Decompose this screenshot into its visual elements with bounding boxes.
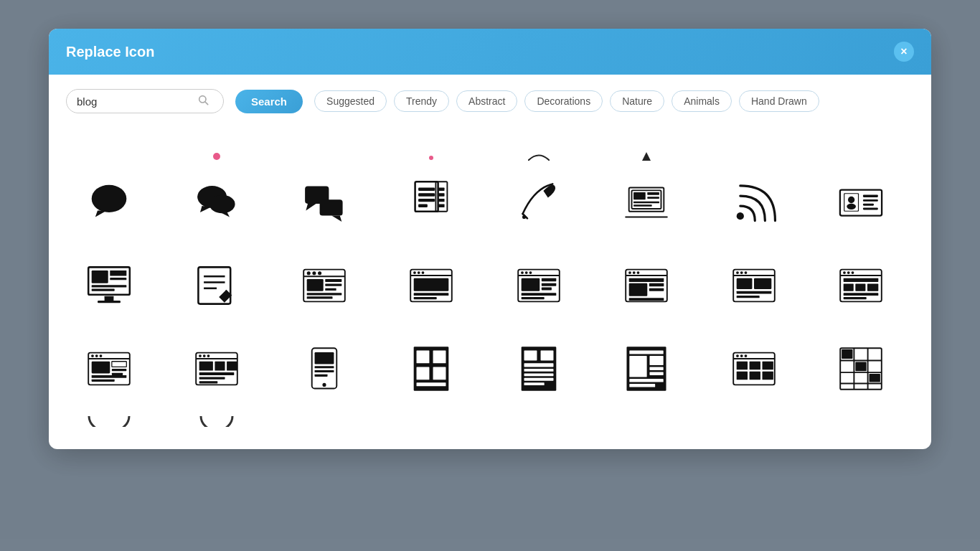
chip-decorations[interactable]: Decorations <box>524 90 603 112</box>
search-bar: Search Suggested Trendy Abstract Decorat… <box>49 75 931 125</box>
svg-rect-178 <box>736 372 747 380</box>
svg-rect-150 <box>433 350 446 363</box>
icon-blog-layout1[interactable] <box>388 250 474 321</box>
partial-cell-1 <box>66 125 152 161</box>
svg-point-37 <box>736 212 743 220</box>
svg-rect-160 <box>524 378 554 381</box>
partial-row <box>66 125 914 161</box>
search-button[interactable]: Search <box>235 90 303 113</box>
svg-point-7 <box>429 156 433 160</box>
icon-blog-layout7[interactable] <box>174 333 260 405</box>
svg-rect-6 <box>303 139 346 161</box>
partial-bottom-2 <box>174 416 260 438</box>
icon-browser-grid[interactable] <box>711 333 797 405</box>
modal-header: Replace Icon × <box>49 29 931 75</box>
svg-point-29 <box>522 215 526 219</box>
partial-bottom-8 <box>818 416 904 438</box>
icon-grid-layout2[interactable] <box>496 333 582 405</box>
svg-rect-17 <box>319 199 342 215</box>
svg-rect-39 <box>863 195 878 197</box>
svg-point-104 <box>744 271 747 274</box>
svg-rect-116 <box>856 283 866 291</box>
svg-rect-128 <box>112 373 123 375</box>
icon-blog-layout6[interactable] <box>66 333 152 405</box>
icon-news-display[interactable] <box>66 250 152 321</box>
svg-rect-41 <box>863 204 874 206</box>
svg-point-135 <box>207 354 209 357</box>
icon-laptop-blog[interactable] <box>603 166 689 238</box>
icon-document-lines[interactable] <box>388 166 474 238</box>
svg-point-143 <box>322 383 326 387</box>
svg-rect-85 <box>542 278 556 281</box>
partial-bottom-4 <box>388 416 474 438</box>
svg-rect-187 <box>842 349 852 359</box>
svg-rect-23 <box>418 204 428 207</box>
chip-hand-drawn[interactable]: Hand Drawn <box>739 90 819 112</box>
svg-rect-126 <box>112 362 126 367</box>
icon-crossword-layout[interactable] <box>818 333 904 405</box>
icon-mobile-blog[interactable] <box>281 333 367 405</box>
svg-rect-155 <box>524 350 537 360</box>
chip-animals[interactable]: Animals <box>672 90 732 112</box>
svg-marker-14 <box>220 212 230 217</box>
icon-blog-layout5[interactable] <box>818 250 904 321</box>
svg-rect-139 <box>199 372 234 375</box>
svg-rect-42 <box>863 208 878 210</box>
svg-point-103 <box>740 271 743 274</box>
chip-abstract[interactable]: Abstract <box>456 90 517 112</box>
chip-trendy[interactable]: Trendy <box>394 90 449 112</box>
icon-speech-bubbles-double[interactable] <box>174 166 260 238</box>
icon-grid-layout1[interactable] <box>388 333 474 405</box>
svg-point-111 <box>843 271 846 274</box>
svg-rect-164 <box>629 356 646 377</box>
icon-grid-row1 <box>66 161 914 244</box>
svg-rect-98 <box>649 288 664 291</box>
icon-speech-bubble-single[interactable] <box>66 166 152 238</box>
search-input[interactable] <box>77 95 192 108</box>
svg-rect-140 <box>199 377 225 380</box>
icon-document-edit[interactable] <box>174 250 260 321</box>
icon-browser-article[interactable] <box>281 250 367 321</box>
svg-rect-179 <box>749 372 760 380</box>
svg-rect-40 <box>863 199 878 202</box>
partial-cell-5 <box>496 125 582 161</box>
icon-blog-layout3[interactable] <box>603 250 689 321</box>
close-button[interactable]: × <box>894 42 914 62</box>
icon-blog-layout2[interactable] <box>496 250 582 321</box>
svg-rect-51 <box>92 285 127 287</box>
svg-point-64 <box>318 271 321 275</box>
svg-rect-20 <box>418 188 435 191</box>
svg-point-174 <box>744 354 747 357</box>
partial-cell-8 <box>818 125 904 161</box>
svg-rect-188 <box>856 362 867 371</box>
svg-rect-108 <box>736 296 759 298</box>
icon-id-card[interactable] <box>818 166 904 238</box>
svg-rect-49 <box>110 270 126 276</box>
icon-blog-layout4[interactable] <box>711 250 797 321</box>
svg-rect-136 <box>199 362 212 371</box>
partial-bottom-7 <box>711 416 797 438</box>
svg-point-83 <box>529 271 532 274</box>
svg-rect-129 <box>92 375 127 378</box>
svg-point-133 <box>199 354 202 357</box>
svg-point-134 <box>203 354 206 357</box>
svg-rect-114 <box>844 278 879 282</box>
icon-newspaper-layout[interactable] <box>603 333 689 405</box>
icon-rss-pen[interactable] <box>496 166 582 238</box>
partial-row-bottom <box>66 416 914 438</box>
svg-point-46 <box>847 204 856 209</box>
icon-rss-waves[interactable] <box>711 166 797 238</box>
svg-marker-18 <box>331 216 341 222</box>
svg-point-92 <box>628 271 631 274</box>
icon-chat-bubbles[interactable] <box>281 166 367 238</box>
partial-bottom-3 <box>281 416 367 438</box>
svg-rect-159 <box>524 373 554 376</box>
svg-rect-167 <box>649 372 663 375</box>
chip-suggested[interactable]: Suggested <box>314 90 387 112</box>
svg-rect-176 <box>749 362 760 370</box>
svg-point-62 <box>306 271 310 275</box>
modal-overlay: Replace Icon × Search Suggested Trendy A… <box>0 0 980 551</box>
svg-rect-99 <box>628 298 664 301</box>
chip-nature[interactable]: Nature <box>610 90 664 112</box>
svg-rect-138 <box>227 362 237 371</box>
